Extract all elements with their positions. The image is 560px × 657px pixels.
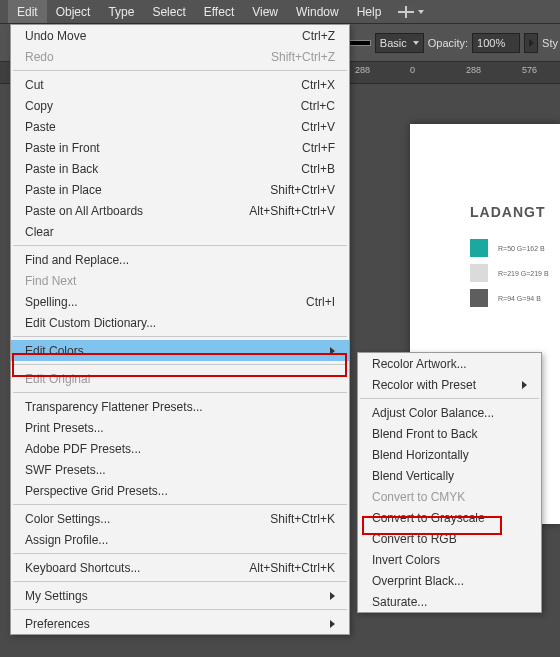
edit-menu-item[interactable]: Spelling...Ctrl+I [11, 291, 349, 312]
menu-window[interactable]: Window [287, 0, 348, 23]
menu-item-label: Saturate... [372, 595, 427, 609]
menu-help[interactable]: Help [348, 0, 391, 23]
menu-separator [13, 504, 347, 505]
menu-item-label: Find and Replace... [25, 253, 129, 267]
menu-item-label: My Settings [25, 589, 88, 603]
stroke-style-swatch[interactable] [347, 40, 371, 46]
color-swatch [470, 239, 488, 257]
edit-menu-item[interactable]: Assign Profile... [11, 529, 349, 550]
menu-item-label: Color Settings... [25, 512, 110, 526]
color-swatch [470, 289, 488, 307]
brush-definition-dropdown[interactable]: Basic [375, 33, 424, 53]
menu-item-label: Copy [25, 99, 53, 113]
edit-menu-item[interactable]: Find and Replace... [11, 249, 349, 270]
edit-menu-item[interactable]: Keyboard Shortcuts...Alt+Shift+Ctrl+K [11, 557, 349, 578]
ruler-tick: 576 [522, 65, 537, 75]
submenu-arrow-icon [522, 381, 527, 389]
menu-separator [13, 609, 347, 610]
edit-colors-item[interactable]: Recolor Artwork... [358, 353, 541, 374]
edit-menu-dropdown: Undo MoveCtrl+ZRedoShift+Ctrl+ZCutCtrl+X… [10, 24, 350, 635]
menu-item-label: Blend Front to Back [372, 427, 477, 441]
edit-menu-item[interactable]: CopyCtrl+C [11, 95, 349, 116]
menu-item-label: Adobe PDF Presets... [25, 442, 141, 456]
edit-colors-item[interactable]: Invert Colors [358, 549, 541, 570]
menu-item-label: Convert to RGB [372, 532, 457, 546]
edit-menu-item[interactable]: Color Settings...Shift+Ctrl+K [11, 508, 349, 529]
edit-colors-item[interactable]: Convert to Grayscale [358, 507, 541, 528]
edit-menu-item[interactable]: SWF Presets... [11, 459, 349, 480]
menu-separator [13, 581, 347, 582]
color-row: R=50 G=162 B [470, 239, 545, 257]
edit-menu-item[interactable]: Edit Colors [11, 340, 349, 361]
edit-colors-submenu: Recolor Artwork...Recolor with PresetAdj… [357, 352, 542, 613]
menu-item-shortcut: Ctrl+V [301, 120, 335, 134]
menu-separator [13, 553, 347, 554]
color-row: R=94 G=94 B [470, 289, 541, 307]
style-label: Sty [542, 37, 558, 49]
edit-colors-item[interactable]: Adjust Color Balance... [358, 402, 541, 423]
menu-view[interactable]: View [243, 0, 287, 23]
edit-menu-item[interactable]: Adobe PDF Presets... [11, 438, 349, 459]
edit-menu-item[interactable]: Perspective Grid Presets... [11, 480, 349, 501]
menu-separator [360, 398, 539, 399]
menu-item-shortcut: Shift+Ctrl+Z [271, 50, 335, 64]
menu-item-label: Edit Colors [25, 344, 84, 358]
edit-menu-item[interactable]: Paste in FrontCtrl+F [11, 137, 349, 158]
menu-effect[interactable]: Effect [195, 0, 243, 23]
opacity-field[interactable]: 100% [472, 33, 520, 53]
submenu-arrow-icon [330, 347, 335, 355]
edit-menu-item: Find Next [11, 270, 349, 291]
submenu-arrow-icon [330, 620, 335, 628]
menu-item-label: Assign Profile... [25, 533, 108, 547]
edit-menu-item[interactable]: Paste in BackCtrl+B [11, 158, 349, 179]
edit-menu-item[interactable]: Preferences [11, 613, 349, 634]
edit-colors-item[interactable]: Blend Horizontally [358, 444, 541, 465]
menu-item-label: Blend Vertically [372, 469, 454, 483]
menu-separator [13, 336, 347, 337]
edit-menu-item[interactable]: Clear [11, 221, 349, 242]
menu-separator [13, 245, 347, 246]
menubar: Edit Object Type Select Effect View Wind… [0, 0, 560, 24]
edit-colors-item[interactable]: Overprint Black... [358, 570, 541, 591]
edit-menu-item[interactable]: Paste on All ArtboardsAlt+Shift+Ctrl+V [11, 200, 349, 221]
edit-menu-item[interactable]: Edit Custom Dictionary... [11, 312, 349, 333]
menu-item-label: Print Presets... [25, 421, 104, 435]
menu-item-label: Preferences [25, 617, 90, 631]
edit-menu-item: RedoShift+Ctrl+Z [11, 46, 349, 67]
edit-menu-item[interactable]: My Settings [11, 585, 349, 606]
menu-item-shortcut: Shift+Ctrl+V [270, 183, 335, 197]
edit-menu-item[interactable]: Print Presets... [11, 417, 349, 438]
edit-colors-item[interactable]: Blend Front to Back [358, 423, 541, 444]
menu-item-label: Edit Custom Dictionary... [25, 316, 156, 330]
edit-colors-item[interactable]: Saturate... [358, 591, 541, 612]
menu-item-label: Recolor Artwork... [372, 357, 467, 371]
menu-item-shortcut: Alt+Shift+Ctrl+V [249, 204, 335, 218]
opacity-popup-button[interactable] [524, 33, 538, 53]
menu-type[interactable]: Type [99, 0, 143, 23]
menu-item-label: Paste in Back [25, 162, 98, 176]
color-row: R=219 G=219 B [470, 264, 549, 282]
menu-edit[interactable]: Edit [8, 0, 47, 23]
menu-item-label: Perspective Grid Presets... [25, 484, 168, 498]
menu-item-label: Keyboard Shortcuts... [25, 561, 140, 575]
menu-select[interactable]: Select [143, 0, 194, 23]
edit-colors-item[interactable]: Blend Vertically [358, 465, 541, 486]
menu-item-label: Overprint Black... [372, 574, 464, 588]
menu-item-label: Paste in Place [25, 183, 102, 197]
menu-item-label: Adjust Color Balance... [372, 406, 494, 420]
layout-grid-icon[interactable] [390, 0, 432, 23]
color-swatch [470, 264, 488, 282]
edit-menu-item[interactable]: CutCtrl+X [11, 74, 349, 95]
menu-item-label: Paste [25, 120, 56, 134]
edit-colors-item[interactable]: Recolor with Preset [358, 374, 541, 395]
ruler-tick: 0 [410, 65, 415, 75]
menu-object[interactable]: Object [47, 0, 100, 23]
menu-item-shortcut: Ctrl+F [302, 141, 335, 155]
edit-colors-item[interactable]: Convert to RGB [358, 528, 541, 549]
edit-menu-item[interactable]: Transparency Flattener Presets... [11, 396, 349, 417]
menu-item-label: Edit Original [25, 372, 90, 386]
edit-menu-item[interactable]: Undo MoveCtrl+Z [11, 25, 349, 46]
menu-item-label: Spelling... [25, 295, 78, 309]
edit-menu-item[interactable]: PasteCtrl+V [11, 116, 349, 137]
edit-menu-item[interactable]: Paste in PlaceShift+Ctrl+V [11, 179, 349, 200]
